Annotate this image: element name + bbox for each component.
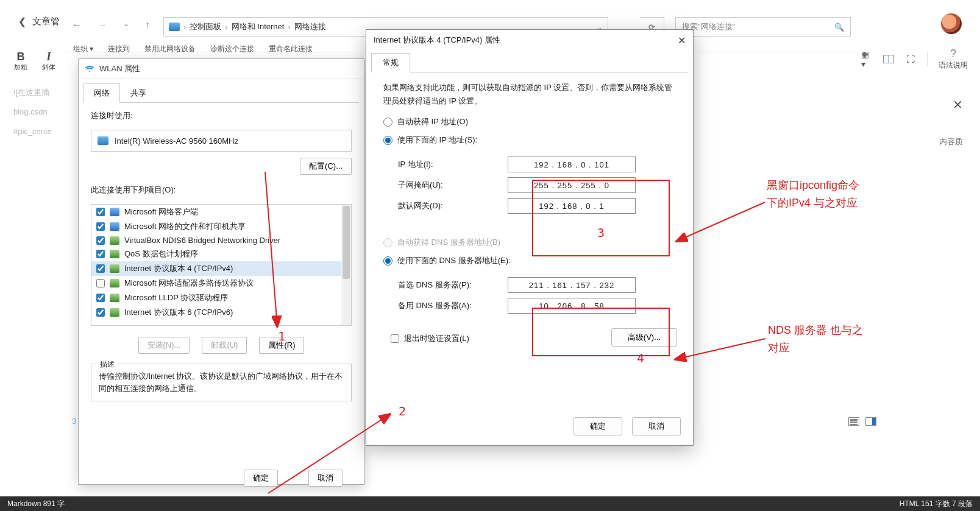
cmd-connect[interactable]: 连接到 bbox=[108, 44, 130, 54]
uninstall-button[interactable]: 卸载(U) bbox=[202, 337, 247, 354]
protocol-checkbox[interactable] bbox=[96, 250, 105, 258]
protocol-row[interactable]: Internet 协议版本 6 (TCP/IPv6) bbox=[91, 305, 351, 320]
control-panel-icon bbox=[169, 23, 180, 31]
page-number: 3 bbox=[72, 417, 76, 426]
protocol-row[interactable]: Internet 协议版本 4 (TCP/IPv4) bbox=[91, 261, 351, 276]
wifi-icon bbox=[85, 64, 94, 74]
wlan-cancel-button[interactable]: 取消 bbox=[308, 470, 343, 487]
close-icon[interactable]: ✕ bbox=[678, 35, 686, 46]
install-button[interactable]: 安装(N)... bbox=[138, 337, 190, 354]
search-icon: 🔍 bbox=[834, 23, 844, 32]
dns1-input[interactable]: 211 . 161 . 157 . 232 bbox=[508, 277, 636, 293]
ipv4-properties-window: Internet 协议版本 4 (TCP/IPv4) 属性 ✕ 常规 如果网络支… bbox=[366, 29, 694, 446]
protocol-row[interactable]: QoS 数据包计划程序 bbox=[91, 247, 351, 261]
tab-general[interactable]: 常规 bbox=[371, 53, 410, 72]
protocol-label: Internet 协议版本 4 (TCP/IPv4) bbox=[124, 263, 233, 274]
italic-tool[interactable]: I斜体 bbox=[37, 51, 61, 72]
radio-auto-ip[interactable]: 自动获得 IP 地址(O) bbox=[366, 113, 693, 131]
adapter-icon bbox=[98, 136, 108, 145]
nav-back-icon[interactable]: ← bbox=[72, 19, 82, 30]
editor-title: 文章管 bbox=[32, 16, 60, 27]
protocol-checkbox[interactable] bbox=[96, 222, 105, 231]
ip-label: IP 地址(I): bbox=[398, 159, 508, 170]
cmd-diagnose[interactable]: 诊断这个连接 bbox=[210, 44, 254, 54]
protocol-icon bbox=[110, 250, 119, 258]
protocol-icon bbox=[110, 279, 119, 287]
tab-network[interactable]: 网络 bbox=[83, 83, 120, 103]
ipv4-intro: 如果网络支持此功能，则可以获取自动指派的 IP 设置。否则，你需要从网络系统管理… bbox=[366, 72, 693, 113]
radio-manual-dns[interactable]: 使用下面的 DNS 服务器地址(E): bbox=[366, 252, 693, 270]
protocol-label: QoS 数据包计划程序 bbox=[124, 248, 198, 259]
protocol-row[interactable]: Microsoft 网络客户端 bbox=[91, 205, 351, 219]
sidebar-quality-label: 内容质 bbox=[932, 136, 963, 147]
wlan-ok-button[interactable]: 确定 bbox=[244, 470, 278, 487]
protocol-checkbox[interactable] bbox=[96, 208, 105, 216]
protocol-icon bbox=[110, 236, 119, 245]
back-chevron-icon[interactable]: ❮ bbox=[18, 16, 26, 27]
wlan-properties-window: WLAN 属性 网络 共享 连接时使用: Intel(R) Wireless-A… bbox=[78, 58, 364, 485]
protocol-row[interactable]: VirtualBox NDIS6 Bridged Networking Driv… bbox=[91, 234, 351, 247]
protocol-checkbox[interactable] bbox=[96, 279, 105, 287]
protocol-icon bbox=[110, 208, 119, 216]
scrollbar[interactable] bbox=[341, 205, 351, 325]
explorer-view-toggle[interactable] bbox=[848, 417, 876, 426]
annotation-num-4: 4 bbox=[637, 351, 644, 365]
wlan-title: WLAN 属性 bbox=[99, 63, 140, 74]
ipv4-ok-button[interactable]: 确定 bbox=[573, 417, 622, 435]
protocol-label: Microsoft 网络适配器多路传送器协议 bbox=[124, 278, 254, 289]
description-box: 描述 传输控制协议/Internet 协议。该协议是默认的广域网络协议，用于在不… bbox=[91, 364, 352, 401]
protocol-label: Microsoft 网络的文件和打印机共享 bbox=[124, 221, 246, 232]
list-view-icon[interactable] bbox=[848, 417, 859, 426]
cmd-rename[interactable]: 重命名此连接 bbox=[269, 44, 313, 54]
protocol-label: Microsoft LLDP 协议驱动程序 bbox=[124, 292, 228, 303]
cmd-organize[interactable]: 组织 ▾ bbox=[73, 44, 93, 54]
avatar[interactable] bbox=[941, 13, 962, 34]
radio-auto-dns: 自动获得 DNS 服务器地址(B) bbox=[366, 233, 693, 252]
radio-manual-ip[interactable]: 使用下面的 IP 地址(S): bbox=[366, 131, 693, 149]
ipv4-cancel-button[interactable]: 取消 bbox=[632, 417, 681, 435]
grammar-help[interactable]: ?语法说明 bbox=[939, 48, 968, 71]
annotation-num-3: 3 bbox=[597, 225, 605, 240]
status-bar: Markdown 891 字 HTML 151 字数 7 段落 bbox=[0, 496, 980, 511]
cmd-disable[interactable]: 禁用此网络设备 bbox=[144, 44, 196, 54]
protocol-checkbox[interactable] bbox=[96, 308, 105, 317]
protocol-icon bbox=[110, 264, 119, 273]
gw-input[interactable]: 192 . 168 . 0 . 1 bbox=[508, 198, 636, 214]
adapter-name: Intel(R) Wireless-AC 9560 160MHz bbox=[115, 136, 238, 146]
protocol-row[interactable]: Microsoft 网络的文件和打印机共享 bbox=[91, 219, 351, 234]
split-view-icon[interactable] bbox=[883, 54, 894, 65]
status-left: Markdown 891 字 bbox=[7, 499, 65, 509]
protocol-checkbox[interactable] bbox=[96, 294, 105, 302]
nav-recent-icon[interactable]: ⌄ bbox=[123, 19, 129, 30]
dns2-input[interactable]: 10 . 206 . 8 . 58 bbox=[508, 298, 636, 314]
protocol-checkbox[interactable] bbox=[96, 264, 105, 273]
advanced-button[interactable]: 高级(V)... bbox=[611, 328, 677, 347]
dns1-label: 首选 DNS 服务器(P): bbox=[398, 280, 508, 291]
protocol-row[interactable]: Microsoft LLDP 协议驱动程序 bbox=[91, 291, 351, 305]
configure-button[interactable]: 配置(C)... bbox=[300, 158, 352, 175]
bold-tool[interactable]: B加粗 bbox=[9, 51, 33, 72]
ip-input[interactable]: 192 . 168 . 0 . 101 bbox=[508, 157, 636, 172]
close-icon[interactable]: ✕ bbox=[932, 97, 963, 112]
tab-share[interactable]: 共享 bbox=[120, 83, 157, 103]
fullscreen-icon[interactable]: ⛶ bbox=[905, 54, 916, 65]
protocol-row[interactable]: Microsoft 网络适配器多路传送器协议 bbox=[91, 276, 351, 291]
explorer-search[interactable]: 搜索"网络连接" 🔍 bbox=[675, 17, 851, 37]
annotation-text-1: 黑窗口ipconfig命令下的IPv4 与之对应 bbox=[767, 177, 859, 212]
protocol-icon bbox=[110, 294, 119, 302]
protocol-label: Internet 协议版本 6 (TCP/IPv6) bbox=[124, 307, 233, 318]
status-right: HTML 151 字数 7 段落 bbox=[900, 499, 973, 509]
grid-icon[interactable]: ▦ ▾ bbox=[861, 54, 872, 65]
protocol-icon bbox=[110, 222, 119, 231]
detail-view-icon[interactable] bbox=[865, 417, 876, 426]
uses-items-label: 此连接使用下列项目(O): bbox=[79, 175, 364, 200]
protocol-icon bbox=[110, 308, 119, 317]
mask-input[interactable]: 255 . 255 . 255 . 0 bbox=[508, 177, 636, 193]
protocol-checkbox[interactable] bbox=[96, 236, 105, 245]
nav-fwd-icon[interactable]: → bbox=[98, 19, 107, 30]
protocol-list[interactable]: Microsoft 网络客户端 Microsoft 网络的文件和打印机共享 Vi… bbox=[91, 204, 352, 326]
nav-up-icon[interactable]: ↑ bbox=[145, 19, 150, 30]
protocol-label: VirtualBox NDIS6 Bridged Networking Driv… bbox=[124, 236, 280, 245]
adapter-box: Intel(R) Wireless-AC 9560 160MHz bbox=[91, 130, 352, 152]
editor-background-text: ![在这里插 blog.csdn #pic_cente bbox=[0, 79, 70, 445]
